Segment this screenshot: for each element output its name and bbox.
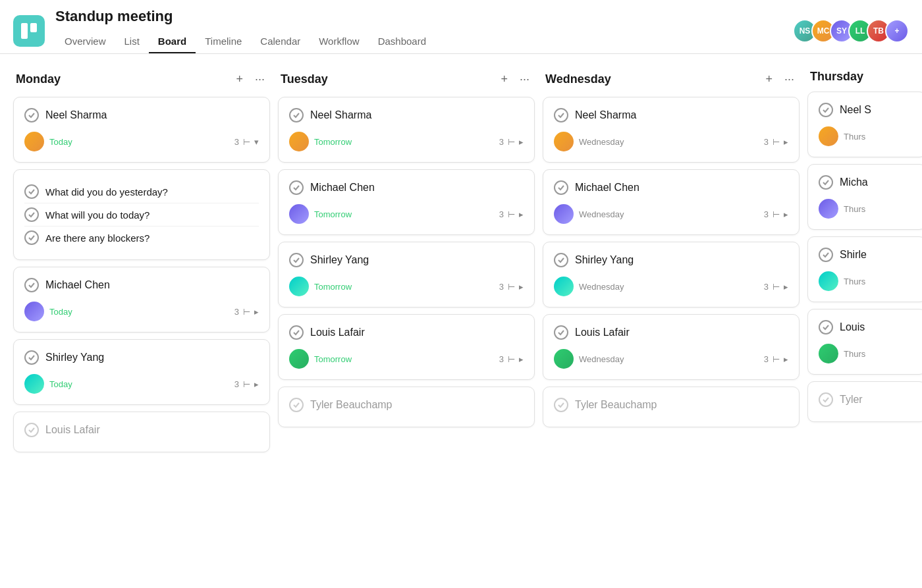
- column-monday-add[interactable]: +: [233, 70, 246, 89]
- check-icon-shirley-monday[interactable]: [24, 350, 39, 365]
- subtask-arrow-neel-tuesday[interactable]: ▸: [519, 137, 524, 147]
- check-icon-louis-tuesday[interactable]: [289, 325, 304, 340]
- avatar-michael-monday: [24, 302, 44, 321]
- column-wednesday-add[interactable]: +: [763, 70, 775, 89]
- avatar-louis-tuesday: [289, 349, 309, 369]
- check-icon-neel-thursday[interactable]: [819, 103, 833, 117]
- card-louis-wednesday-user: Wednesday: [554, 349, 624, 369]
- subtask-arrow-louis-tuesday[interactable]: ▸: [519, 354, 524, 364]
- check-icon-shirley-wednesday[interactable]: [554, 253, 568, 267]
- check-icon-sub2[interactable]: [24, 207, 39, 222]
- check-icon-louis-wednesday[interactable]: [554, 325, 568, 340]
- card-neel-wednesday-user: Wednesday: [554, 132, 624, 151]
- card-michael-wednesday-due: Wednesday: [579, 209, 624, 219]
- tab-overview[interactable]: Overview: [55, 30, 115, 53]
- subitem-3: Are there any blockers?: [24, 227, 259, 249]
- column-tuesday: Tuesday + ··· Neel Sharma Tomorrow 3: [278, 70, 535, 434]
- column-tuesday-add[interactable]: +: [498, 70, 510, 89]
- check-icon-neel-tuesday[interactable]: [289, 108, 304, 122]
- card-michael-monday-name: Michael Chen: [45, 279, 110, 291]
- card-tyler-wednesday-title: Tyler Beauchamp: [554, 398, 788, 412]
- tab-timeline[interactable]: Timeline: [196, 30, 251, 53]
- avatar-michael-thursday: [819, 199, 838, 219]
- subtask-arrow-michael-monday[interactable]: ▸: [254, 307, 259, 317]
- card-louis-tuesday-meta: 3 ⊢ ▸: [499, 354, 524, 364]
- card-neel-monday-meta: 3 ⊢ ▾: [234, 137, 259, 147]
- card-michael-monday-title: Michael Chen: [24, 278, 259, 292]
- subtask-arrow-shirley-tuesday[interactable]: ▸: [519, 282, 524, 292]
- column-tuesday-more[interactable]: ···: [517, 70, 532, 89]
- check-icon-tyler-tuesday[interactable]: [289, 398, 304, 412]
- tab-list[interactable]: List: [115, 30, 149, 53]
- card-tyler-tuesday-name: Tyler Beauchamp: [310, 399, 393, 411]
- card-neel-monday-title: Neel Sharma: [24, 108, 259, 122]
- card-michael-tuesday-meta: 3 ⊢ ▸: [499, 209, 524, 219]
- card-michael-monday-due: Today: [49, 307, 72, 317]
- card-shirley-wednesday-user: Wednesday: [554, 277, 624, 296]
- card-louis-monday-name: Louis Lafair: [45, 424, 100, 436]
- column-monday-header: Monday + ···: [13, 70, 270, 89]
- card-louis-tuesday-footer: Tomorrow 3 ⊢ ▸: [289, 349, 524, 369]
- card-michael-tuesday-due: Tomorrow: [314, 209, 352, 219]
- card-shirley-tuesday-user: Tomorrow: [289, 277, 352, 296]
- check-icon-neel-monday[interactable]: [24, 108, 39, 122]
- check-icon-shirley-tuesday[interactable]: [289, 253, 304, 267]
- card-neel-wednesday-footer: Wednesday 3 ⊢ ▸: [554, 132, 788, 151]
- card-tyler-wednesday-name: Tyler Beauchamp: [575, 399, 657, 411]
- subtask-arrow-louis-wednesday[interactable]: ▸: [784, 354, 788, 364]
- avatar-shirley-monday: [24, 374, 44, 394]
- check-icon-shirley-thursday[interactable]: [819, 248, 833, 262]
- check-icon-louis-thursday[interactable]: [819, 320, 833, 334]
- tab-dashboard[interactable]: Dashboard: [369, 30, 435, 53]
- check-icon-sub3[interactable]: [24, 230, 39, 245]
- card-louis-tuesday-title: Louis Lafair: [289, 325, 524, 340]
- check-icon-tyler-wednesday[interactable]: [554, 398, 568, 412]
- tab-calendar[interactable]: Calendar: [251, 30, 310, 53]
- card-michael-monday-footer: Today 3 ⊢ ▸: [24, 302, 259, 321]
- card-shirley-monday-user: Today: [24, 374, 72, 394]
- card-shirley-tuesday-meta: 3 ⊢ ▸: [499, 282, 524, 292]
- subtask-arrow-michael-tuesday[interactable]: ▸: [519, 209, 524, 219]
- avatar-louis-thursday: [819, 344, 838, 363]
- card-shirley-wednesday-meta: 3 ⊢ ▸: [764, 282, 788, 292]
- column-wednesday-title: Wednesday: [545, 72, 611, 86]
- check-icon-michael-monday[interactable]: [24, 278, 39, 292]
- subtask-arrow-shirley-wednesday[interactable]: ▸: [784, 282, 788, 292]
- subtask-count-neel-tuesday: 3: [499, 137, 504, 147]
- column-wednesday-more[interactable]: ···: [782, 70, 797, 89]
- check-icon-michael-tuesday[interactable]: [289, 180, 304, 195]
- card-shirley-tuesday: Shirley Yang Tomorrow 3 ⊢ ▸: [278, 242, 535, 307]
- subtask-arrow-neel-wednesday[interactable]: ▸: [784, 137, 788, 147]
- avatar-member-6[interactable]: +: [885, 19, 909, 43]
- avatar-neel-tuesday: [289, 132, 309, 151]
- card-michael-wednesday: Michael Chen Wednesday 3 ⊢ ▸: [543, 169, 800, 235]
- check-icon-tyler-thursday[interactable]: [819, 392, 833, 407]
- card-neel-thursday-due: Thurs: [844, 132, 865, 142]
- subtask-arrow-michael-wednesday[interactable]: ▸: [784, 209, 788, 219]
- card-shirley-monday-due: Today: [49, 379, 72, 389]
- card-louis-wednesday-title: Louis Lafair: [554, 325, 788, 340]
- check-icon-louis-monday[interactable]: [24, 423, 39, 437]
- tab-workflow[interactable]: Workflow: [310, 30, 368, 53]
- check-icon-michael-wednesday[interactable]: [554, 180, 568, 195]
- card-neel-monday-footer: Today 3 ⊢ ▾: [24, 132, 259, 151]
- card-michael-monday-meta: 3 ⊢ ▸: [234, 307, 259, 317]
- card-michael-wednesday-footer: Wednesday 3 ⊢ ▸: [554, 204, 788, 224]
- card-shirley-thursday: Shirle Thurs: [807, 236, 922, 302]
- subtask-arrow-shirley-monday[interactable]: ▸: [254, 379, 259, 389]
- card-tyler-tuesday-title: Tyler Beauchamp: [289, 398, 524, 412]
- card-neel-monday-due: Today: [49, 137, 72, 147]
- card-michael-thursday-due: Thurs: [844, 204, 865, 214]
- card-louis-thursday-title: Louis: [819, 320, 915, 334]
- check-icon-sub1[interactable]: [24, 184, 39, 199]
- check-icon-michael-thursday[interactable]: [819, 175, 833, 190]
- subitem-1: What did you do yesterday?: [24, 180, 259, 203]
- check-icon-neel-wednesday[interactable]: [554, 108, 568, 122]
- card-neel-thursday: Neel S Thurs: [807, 92, 922, 157]
- subtask-arrow-neel-monday[interactable]: ▾: [254, 137, 259, 147]
- tab-board[interactable]: Board: [149, 30, 196, 53]
- card-neel-tuesday-meta: 3 ⊢ ▸: [499, 137, 524, 147]
- card-michael-tuesday-user: Tomorrow: [289, 204, 352, 224]
- column-monday-more[interactable]: ···: [252, 70, 267, 89]
- subitems-card-monday: What did you do yesterday? What will you…: [13, 169, 270, 260]
